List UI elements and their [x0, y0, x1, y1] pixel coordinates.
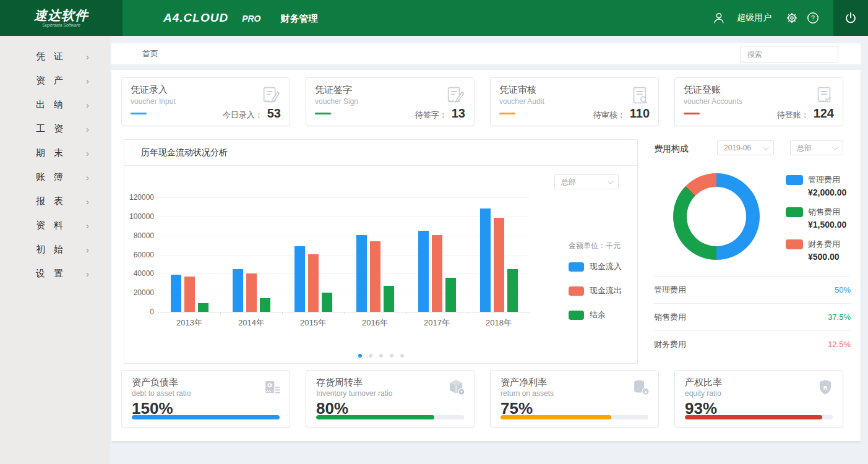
bar-现金流入 [480, 208, 491, 312]
bar-现金流入 [294, 246, 305, 312]
month-filter-value: 2019-06 [724, 144, 751, 152]
bar-group-2014年 [233, 269, 270, 312]
sidebar-item-settings[interactable]: 设置› [0, 262, 110, 286]
breadcrumb-home[interactable]: 首页 [142, 48, 158, 59]
legend-item-现金流出[interactable]: 现金流出 [569, 285, 637, 296]
user-icon[interactable] [712, 11, 726, 25]
sidebar-item-data[interactable]: 资料› [0, 213, 110, 238]
y-axis-tick-label: 0 [129, 307, 154, 316]
debt-to-asset-card[interactable]: 资产负债率debt to asset ratio150% [121, 370, 290, 427]
fee-legend-item-销售费用[interactable]: 销售费用¥1,500.00 [786, 207, 846, 230]
ratio-cards-row: 资产负债率debt to asset ratio150%存货周转率Invento… [121, 370, 843, 427]
fee-legend-label: 财务费用 [808, 239, 840, 250]
x-axis-tick [158, 312, 159, 314]
app-title: A4.CLOUD [163, 11, 228, 25]
sidebar-item-label: 凭证 [36, 51, 72, 62]
settings-gear-icon[interactable] [785, 11, 799, 25]
current-user-name[interactable]: 超级用户 [737, 12, 771, 24]
chevron-right-icon: › [86, 244, 89, 255]
bar-group-2013年 [171, 275, 208, 312]
bar-结余 [260, 298, 270, 312]
branch-filter-value-2: 总部 [797, 143, 812, 153]
card-count-value: 124 [814, 106, 834, 121]
x-axis-tick [282, 312, 283, 314]
inventory-turnover-card[interactable]: 存货周转率Inventory turnover ratio80% [306, 370, 475, 427]
equity-ratio-card[interactable]: 产权比率equity ratio93%R [674, 370, 843, 427]
chevron-right-icon: › [86, 124, 89, 134]
sidebar-item-assets[interactable]: 资产› [0, 69, 110, 93]
card-count: 待登账：124 [777, 106, 834, 121]
app-module-title: 财务管理 [280, 13, 317, 25]
voucher-accounts-card[interactable]: 凭证登账voucher Accounts待登账：124 [674, 77, 843, 126]
sidebar-item-label: 资产 [36, 75, 72, 87]
legend-label: 现金流出 [590, 285, 622, 296]
bar-结余 [384, 286, 394, 312]
fee-composition-panel: 费用构成 2019-06 总部 管理费用¥2,000.00销售费用¥1,500.… [645, 135, 861, 365]
coins-icon: ¥ [632, 378, 650, 397]
branch-filter-dropdown-2[interactable]: 总部 [790, 140, 843, 155]
sidebar-item-cashier[interactable]: 出纳› [0, 93, 110, 117]
ratio-card-title: 存货周转率 [316, 377, 464, 389]
pagination-dot[interactable] [379, 354, 383, 358]
pagination-dot[interactable] [390, 354, 393, 358]
sidebar-item-initial[interactable]: 初始› [0, 238, 110, 262]
voucher-input-icon [260, 85, 281, 106]
ratio-progress-track [132, 415, 280, 419]
legend-item-现金流入[interactable]: 现金流入 [569, 261, 637, 272]
bar-现金流入 [171, 275, 181, 312]
fee-legend-row: 销售费用 [786, 207, 846, 218]
chart-pagination [124, 354, 637, 358]
legend-color-chip [569, 311, 584, 320]
fee-row-percent: 50% [835, 285, 851, 294]
svg-text:¥: ¥ [644, 389, 647, 395]
chevron-right-icon: › [86, 196, 89, 207]
voucher-input-card[interactable]: 凭证录入voucher Input今日录入：53 [121, 77, 290, 126]
legend-color-chip [569, 262, 584, 272]
bar-结余 [507, 269, 518, 312]
app-title-group: A4.CLOUD PRO 财务管理 [163, 11, 317, 25]
logout-power-button[interactable] [833, 0, 868, 36]
sidebar-item-payroll[interactable]: 工资› [0, 117, 110, 141]
voucher-sign-card[interactable]: 凭证签字voucher Sign待签字：13 [306, 77, 475, 126]
card-count-label: 今日录入： [223, 110, 263, 121]
return-on-assets-card[interactable]: 资产净利率return on assets75%¥ [490, 370, 659, 427]
fee-legend-row: 管理费用 [786, 174, 846, 186]
svg-text:?: ? [811, 14, 815, 22]
sidebar-item-ledgers[interactable]: 账簿› [0, 165, 110, 189]
x-axis-labels: 2013年2014年2015年2016年2017年2018年 [158, 317, 530, 329]
legend-item-结余[interactable]: 结余 [569, 309, 637, 320]
month-filter-dropdown[interactable]: 2019-06 [717, 140, 774, 155]
card-count: 待审核：110 [593, 106, 650, 121]
dashboard-panel: 凭证录入voucher Input今日录入：53凭证签字voucher Sign… [111, 70, 861, 441]
pagination-dot[interactable] [369, 354, 372, 358]
power-icon [844, 11, 857, 25]
sidebar-item-reports[interactable]: 报表› [0, 189, 110, 213]
sidebar-item-period-end[interactable]: 期末› [0, 141, 110, 165]
fee-row-label: 销售费用 [654, 312, 686, 323]
pagination-dot[interactable] [358, 354, 362, 358]
cashflow-chart-title: 历年现金流动状况分析 [141, 147, 228, 158]
ratio-progress-fill [501, 415, 611, 419]
fee-row-percent: 37.5% [828, 312, 851, 322]
ratio-card-subtitle: debt to asset ratio [132, 389, 280, 398]
voucher-audit-card[interactable]: 凭证审核voucher Audit待审核：110 [490, 77, 659, 126]
sidebar-item-voucher[interactable]: 凭证› [0, 45, 110, 69]
search-box[interactable] [741, 46, 838, 62]
ratio-progress-track [685, 415, 833, 419]
app-window: 速达软件 Superdata Software A4.CLOUD PRO 财务管… [0, 0, 868, 464]
sidebar-item-label: 账簿 [36, 171, 72, 183]
voucher-audit-icon [629, 85, 650, 106]
search-input[interactable] [741, 49, 844, 59]
x-axis-category-label: 2018年 [486, 317, 512, 329]
ratio-card-title: 资产负债率 [132, 377, 280, 389]
branch-filter-dropdown[interactable]: 总部 [554, 174, 619, 189]
fee-percent-row-财务费用: 财务费用12.5% [654, 330, 851, 358]
help-icon[interactable]: ? [806, 11, 820, 25]
card-count: 待签字：13 [415, 106, 465, 121]
brand-logo: 速达软件 Superdata Software [0, 0, 122, 36]
fee-legend-item-财务费用[interactable]: 财务费用¥500.00 [786, 239, 846, 262]
pagination-dot[interactable] [400, 354, 404, 358]
cashflow-chart-title-bar: 历年现金流动状况分析 [124, 140, 637, 166]
fee-legend-item-管理费用[interactable]: 管理费用¥2,000.00 [786, 174, 846, 197]
y-axis-tick-label: 80000 [129, 231, 154, 240]
